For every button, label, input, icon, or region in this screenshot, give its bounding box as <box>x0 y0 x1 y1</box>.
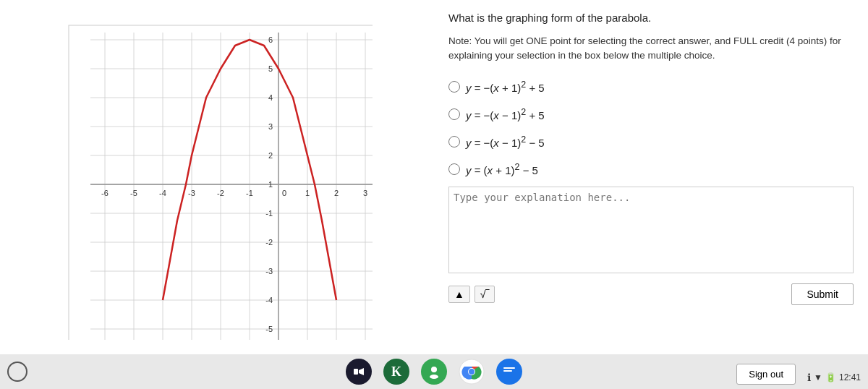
sqrt-icon: √‾ <box>480 288 489 300</box>
svg-text:3: 3 <box>363 189 367 197</box>
text-format-icon: ▲ <box>454 288 464 300</box>
svg-text:-2: -2 <box>217 189 224 197</box>
person-icon <box>427 364 441 379</box>
toolbar-row: ▲ √‾ Submit <box>448 283 854 305</box>
option-4[interactable]: y = (x + 1)2 − 5 <box>448 162 854 176</box>
option-3-label: y = −(x − 1)2 − 5 <box>466 134 545 149</box>
svg-text:-5: -5 <box>130 189 137 197</box>
sqrt-button[interactable]: √‾ <box>475 286 495 303</box>
svg-text:-4: -4 <box>159 189 166 197</box>
svg-text:-1: -1 <box>246 189 253 197</box>
option-4-label: y = (x + 1)2 − 5 <box>466 162 538 176</box>
svg-text:4: 4 <box>268 93 273 102</box>
svg-text:2: 2 <box>334 189 339 197</box>
svg-point-48 <box>431 367 437 372</box>
svg-text:-4: -4 <box>265 296 273 304</box>
khan-academy-icon[interactable]: K <box>383 359 409 385</box>
user-account-icon[interactable] <box>421 359 447 385</box>
option-1[interactable]: y = −(x + 1)2 + 5 <box>448 80 854 94</box>
svg-text:-5: -5 <box>265 325 273 333</box>
question-note: Note: You will get ONE point for selecti… <box>448 34 854 64</box>
question-section: What is the graphing form of the parabol… <box>434 0 868 354</box>
submit-button[interactable]: Submit <box>791 283 854 305</box>
svg-rect-46 <box>354 369 358 375</box>
zoom-icon[interactable] <box>346 359 372 385</box>
app-icon <box>502 366 516 377</box>
radio-opt1[interactable] <box>448 81 460 93</box>
svg-text:-2: -2 <box>265 238 273 247</box>
option-2-label: y = −(x − 1)2 + 5 <box>466 107 545 121</box>
svg-text:-1: -1 <box>265 209 273 218</box>
chrome-icon[interactable] <box>459 359 485 385</box>
battery-icon: 🔋 <box>825 372 836 382</box>
option-3[interactable]: y = −(x − 1)2 − 5 <box>448 134 854 149</box>
khan-label: K <box>391 364 401 380</box>
svg-rect-55 <box>503 367 515 369</box>
svg-text:2: 2 <box>268 151 273 160</box>
system-tray: ℹ ▼ 🔋 12:41 <box>807 372 861 383</box>
option-2[interactable]: y = −(x − 1)2 + 5 <box>448 107 854 121</box>
network-icon[interactable]: ▼ <box>814 372 822 382</box>
zoom-app-icon <box>352 364 366 379</box>
svg-text:5: 5 <box>268 64 273 73</box>
svg-text:-3: -3 <box>265 267 273 275</box>
svg-text:1: 1 <box>268 180 273 189</box>
svg-point-53 <box>469 369 475 375</box>
sign-out-button[interactable]: Sign out <box>736 364 796 385</box>
parabola-graph: -6 -5 -4 -3 -2 -1 0 1 2 3 6 5 4 3 2 1 -1… <box>61 14 373 340</box>
chrome-browser-icon <box>459 359 485 385</box>
svg-text:1: 1 <box>305 189 310 197</box>
question-title: What is the graphing form of the parabol… <box>448 12 854 24</box>
radio-opt2[interactable] <box>448 108 460 120</box>
clock: 12:41 <box>839 372 861 382</box>
svg-text:-3: -3 <box>188 189 195 197</box>
svg-text:0: 0 <box>282 189 286 197</box>
radio-opt3[interactable] <box>448 136 460 148</box>
svg-text:3: 3 <box>268 122 273 131</box>
svg-point-49 <box>430 375 438 379</box>
svg-text:6: 6 <box>268 35 273 44</box>
graph-section: -6 -5 -4 -3 -2 -1 0 1 2 3 6 5 4 3 2 1 -1… <box>0 0 434 354</box>
option-1-label: y = −(x + 1)2 + 5 <box>466 80 545 94</box>
radio-opt4[interactable] <box>448 163 460 175</box>
blue-app-icon[interactable] <box>496 359 522 385</box>
launcher-button[interactable] <box>7 362 27 382</box>
explanation-textbox[interactable] <box>448 187 854 273</box>
svg-rect-56 <box>503 370 512 372</box>
text-format-button[interactable]: ▲ <box>448 286 470 303</box>
info-icon[interactable]: ℹ <box>807 372 811 383</box>
